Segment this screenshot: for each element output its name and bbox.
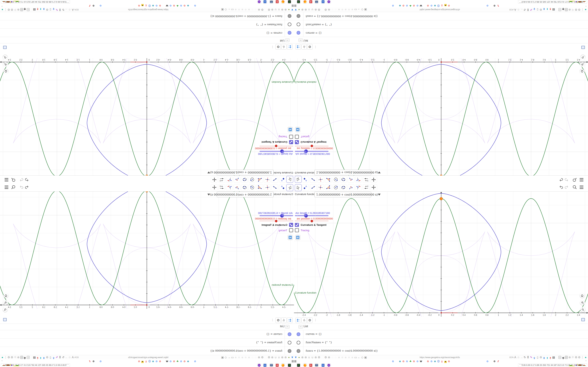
tab-favicon-penta[interactable]: [127, 360, 130, 363]
step-forward-button[interactable]: [288, 127, 293, 132]
taskbar-floppy-64-button[interactable]: 64: [263, 363, 267, 367]
teal-dot-icon[interactable]: ●: [584, 8, 587, 11]
arrow-right-icon[interactable]: →: [65, 8, 68, 11]
taskbar-monitor-button[interactable]: [269, 0, 273, 4]
chevron-up-icon[interactable]: ⌃: [1, 4, 3, 7]
plus-blue-icon[interactable]: +: [42, 8, 45, 11]
chevron-up-icon[interactable]: ⌃: [585, 360, 587, 363]
pen-icon[interactable]: ✎: [530, 8, 533, 11]
chevron-down-icon[interactable]: [207, 172, 210, 174]
function-input[interactable]: 1.000000000000 + cos(4.000000000000 x): [217, 170, 274, 175]
download-icon[interactable]: ↧: [526, 356, 529, 359]
menu-icon[interactable]: [579, 177, 584, 182]
shield-o-icon[interactable]: O: [20, 8, 23, 11]
tool-reflect-button[interactable]: [226, 176, 233, 183]
shield-teal-icon[interactable]: ↓: [39, 356, 42, 359]
settings-gear-button[interactable]: ⚙: [276, 317, 281, 323]
tab-favicon-image[interactable]: [444, 4, 447, 7]
gear-icon[interactable]: ⚙: [324, 356, 327, 359]
settings-gear-button[interactable]: ⚙: [276, 44, 281, 50]
gear-icon[interactable]: ⚙: [318, 356, 320, 359]
globe-icon[interactable]: ⊕: [328, 8, 331, 11]
teal-dot-icon[interactable]: ●: [584, 356, 587, 359]
tab-favicon-chat[interactable]: [106, 360, 109, 363]
dots-icon[interactable]: ⋮: [4, 8, 7, 11]
tab-favicon-penta[interactable]: [103, 360, 105, 363]
tab-favicon-penta[interactable]: [120, 4, 123, 7]
tab-favicon-f-red[interactable]: f: [496, 4, 500, 7]
tool-polygon-button[interactable]: [325, 176, 332, 183]
shield-ud-icon[interactable]: ud: [23, 356, 26, 359]
counter-0-icon[interactable]: 0: [27, 8, 30, 11]
view-icon[interactable]: [581, 318, 585, 321]
tab-favicon-penta[interactable]: [468, 360, 471, 363]
collapse-button[interactable]: −: [285, 38, 290, 42]
undo-icon[interactable]: [24, 185, 29, 190]
tab-favicon-yandex[interactable]: Я: [145, 4, 147, 7]
tab-favicon-G3[interactable]: G: [159, 360, 162, 363]
arc-position-slider-knob[interactable]: [311, 145, 313, 147]
pen-icon[interactable]: ✎: [55, 356, 59, 359]
gear-icon[interactable]: ⚙: [318, 8, 320, 11]
tab-favicon-leaf[interactable]: ☘: [176, 4, 179, 7]
curvature-tangent-checkbox[interactable]: [289, 140, 293, 144]
tab-favicon-penta[interactable]: [162, 360, 165, 363]
taskbar-chat-purple-button[interactable]: oo: [257, 0, 261, 4]
zoom-in-icon[interactable]: [3, 62, 8, 67]
view-icon[interactable]: [581, 46, 585, 49]
visibility-toggle[interactable]: [288, 14, 291, 18]
hook-icon[interactable]: ∪: [277, 8, 281, 11]
tab-favicon-globe-teal[interactable]: ⊕: [187, 4, 190, 7]
plus-blue-icon[interactable]: +: [543, 356, 546, 359]
list-group-header[interactable]: − List: [294, 324, 588, 330]
algebra-row[interactable]: funcs = {1.000000000000 + cos(4.00000000…: [0, 347, 294, 355]
tool-point-button[interactable]: A: [279, 184, 286, 191]
tab-favicon-penta[interactable]: [490, 360, 493, 363]
tab-favicon-penta[interactable]: [461, 4, 465, 7]
tab-favicon-G4[interactable]: G: [406, 4, 408, 7]
dot-sm-icon[interactable]: ⊙: [337, 8, 341, 11]
globe-icon[interactable]: ⊕: [568, 8, 571, 11]
tab-favicon-G4[interactable]: G: [169, 4, 172, 7]
tab-favicon-penta[interactable]: [95, 4, 98, 7]
plus-blue-icon[interactable]: +: [42, 356, 45, 359]
tab-favicon-G3[interactable]: G: [413, 360, 415, 363]
tab-favicon-info[interactable]: ⓘ: [437, 360, 440, 363]
tab-favicon-W[interactable]: W: [165, 360, 169, 363]
folder-icon[interactable]: ▭: [354, 8, 357, 11]
tab-favicon-G3[interactable]: G: [426, 4, 429, 7]
tree-view-button[interactable]: [295, 317, 301, 323]
tool-move-view-button[interactable]: [211, 184, 217, 191]
tab-favicon-G3[interactable]: G: [426, 360, 429, 363]
tab-favicon-chat[interactable]: [106, 4, 109, 7]
visibility-toggle[interactable]: [297, 23, 300, 26]
list-group-header[interactable]: − List: [0, 37, 294, 43]
dot-sm-icon[interactable]: ⊙: [247, 356, 251, 359]
taskbar-terminal-button[interactable]: [287, 363, 291, 367]
ghost-icon[interactable]: ○: [251, 356, 254, 359]
visibility-toggle[interactable]: [288, 341, 291, 344]
tab-favicon-penta[interactable]: [500, 360, 503, 363]
redo-icon[interactable]: [564, 177, 569, 182]
view-icon[interactable]: [3, 318, 7, 321]
globe-icon[interactable]: ⊕: [17, 8, 20, 11]
redo-icon[interactable]: [19, 177, 24, 182]
tab-favicon-G4[interactable]: G: [406, 360, 408, 363]
tab-favicon-yandex[interactable]: Я: [441, 4, 443, 7]
hook-icon[interactable]: ∪: [307, 356, 311, 359]
shield-icon[interactable]: ◇: [361, 8, 364, 11]
tool-point-button[interactable]: A: [302, 184, 309, 191]
green-dot-icon[interactable]: ●: [287, 8, 291, 11]
tab-favicon-chat[interactable]: [479, 360, 482, 363]
taskbar-floppy-64-button[interactable]: 64: [321, 363, 325, 367]
tool-angle-button[interactable]: α: [234, 176, 240, 183]
back-arrow-icon[interactable]: ←: [227, 8, 231, 11]
tab-favicon-penta[interactable]: [127, 4, 130, 7]
location-pin-icon[interactable]: ▼: [291, 8, 294, 11]
zoom-out-icon[interactable]: [3, 307, 8, 312]
globe-icon[interactable]: ⊕: [284, 356, 287, 359]
tool-slider-button[interactable]: a=2: [218, 176, 225, 183]
taskbar-monitor-button[interactable]: [315, 0, 319, 4]
algebra-row[interactable]: funcNames = {" "}: [0, 338, 294, 347]
tool-move-button[interactable]: [295, 184, 302, 191]
